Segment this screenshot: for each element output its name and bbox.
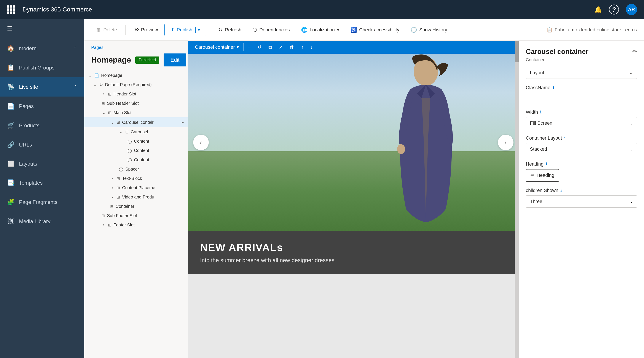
- sidebar-item-label: Templates: [19, 180, 42, 186]
- classname-info-icon[interactable]: ℹ: [552, 85, 554, 90]
- sidebar-item-live-site[interactable]: 📡 Live site ⌃: [0, 77, 84, 97]
- pencil-icon: ✏: [530, 172, 534, 178]
- tree-item-label: Default Page (Required): [105, 82, 152, 87]
- show-history-button[interactable]: 🕐 Show History: [406, 24, 452, 36]
- tree-item-content-2[interactable]: ◯ Content: [84, 146, 188, 155]
- user-avatar[interactable]: AR: [626, 4, 637, 15]
- tree-item-label: Video and Produ: [122, 195, 154, 200]
- expand-icon: ⌄: [110, 120, 114, 125]
- sidebar-item-page-fragments[interactable]: 🧩 Page Fragments: [0, 193, 84, 212]
- page-node-icon: 📄: [94, 73, 99, 78]
- canvas-scrollbar[interactable]: [515, 41, 519, 358]
- dependencies-button[interactable]: ⬡ Dependencies: [248, 24, 294, 36]
- tree-item-carousel[interactable]: ⌄ ⊞ Carousel: [84, 127, 188, 137]
- layouts-icon: ⬜: [7, 160, 15, 167]
- tree-item-label: Content: [134, 148, 149, 153]
- module-add-btn[interactable]: +: [244, 41, 254, 54]
- heading-edit-button[interactable]: ✏ Heading: [526, 169, 559, 182]
- help-icon[interactable]: ?: [609, 5, 619, 15]
- edit-button[interactable]: Edit: [164, 54, 186, 66]
- module-delete-btn[interactable]: 🗑: [286, 41, 298, 54]
- width-select-value: Fill Screen: [530, 120, 552, 126]
- container-layout-select[interactable]: Stacked ⌄: [526, 143, 637, 155]
- module-toolbar: Carousel container ▾ + ↺ ⧉ ↗ 🗑 ↑ ↓: [188, 41, 519, 54]
- delete-button[interactable]: 🗑 Delete: [91, 24, 122, 36]
- module-down-btn[interactable]: ↓: [307, 41, 316, 54]
- sidebar-item-templates[interactable]: 📑 Templates: [0, 173, 84, 193]
- tree-item-carousel-container[interactable]: ⌄ ⊞ Carousel contair ···: [84, 117, 188, 127]
- width-info-icon[interactable]: ℹ: [540, 110, 542, 114]
- expand-icon: ⌄: [88, 73, 92, 78]
- sidebar-item-products[interactable]: 🛒 Products: [0, 116, 84, 135]
- localization-button[interactable]: 🌐 Localization ▾: [296, 24, 344, 36]
- slot-icon: ⊞: [102, 213, 105, 218]
- publish-button[interactable]: ⬆ Publish ▾: [164, 24, 206, 36]
- container-layout-info-icon[interactable]: ℹ: [564, 136, 566, 140]
- heading-info-icon[interactable]: ℹ: [546, 162, 547, 166]
- expand-icon: ⌄: [102, 110, 106, 115]
- module-up-btn[interactable]: ↑: [298, 41, 307, 54]
- sidebar-item-modern[interactable]: 🏠 modern ⌃: [0, 39, 84, 58]
- module-dropdown-icon[interactable]: ▾: [237, 44, 239, 50]
- tree-item-spacer[interactable]: ◯ Spacer: [84, 164, 188, 174]
- sidebar-item-layouts[interactable]: ⬜ Layouts: [0, 154, 84, 173]
- properties-panel: Carousel container ✏ Container Layout ⌄ …: [519, 41, 644, 358]
- publish-icon: ⬆: [171, 27, 174, 33]
- props-edit-button[interactable]: ✏: [632, 48, 637, 55]
- tree-item-footer-slot[interactable]: › ⊞ Footer Slot: [84, 220, 188, 230]
- app-grid-icon[interactable]: [7, 6, 17, 14]
- store-icon: 📋: [546, 27, 552, 33]
- preview-button[interactable]: 👁 Preview: [129, 24, 163, 36]
- sidebar-collapse-btn[interactable]: ☰: [0, 19, 84, 39]
- module-name[interactable]: Carousel container ▾: [192, 44, 242, 50]
- tree-item-sub-header-slot[interactable]: ⊞ Sub Header Slot: [84, 99, 188, 108]
- tree-item-video-prod[interactable]: › ⊞ Video and Produ: [84, 193, 188, 202]
- tree-item-content-3[interactable]: ◯ Content: [84, 155, 188, 164]
- check-accessibility-button[interactable]: ♿ Check accessibility: [346, 24, 404, 36]
- module-export-btn[interactable]: ↗: [275, 41, 286, 54]
- carousel-prev-button[interactable]: ‹: [193, 135, 209, 150]
- children-shown-select[interactable]: Three ⌄: [526, 196, 637, 208]
- tree-item-text-block[interactable]: › ⊞ Text-Block: [84, 174, 188, 183]
- tree-item-default-page[interactable]: ⌄ ⚙ Default Page (Required): [84, 80, 188, 89]
- sidebar-item-media-library[interactable]: 🖼 Media Library: [0, 212, 84, 231]
- tree-item-homepage[interactable]: ⌄ 📄 Homepage: [84, 71, 188, 80]
- preview-icon: 👁: [134, 27, 139, 33]
- layout-dropdown[interactable]: Layout ⌄: [526, 67, 637, 79]
- slot-icon: ⊞: [117, 176, 120, 181]
- content-icon: ◯: [128, 148, 132, 153]
- carousel-next-button[interactable]: ›: [498, 135, 514, 150]
- more-options-button[interactable]: ···: [180, 119, 184, 125]
- tree-item-header-slot[interactable]: › ⊞ Header Slot: [84, 89, 188, 99]
- width-select[interactable]: Fill Screen ⌄: [526, 117, 637, 129]
- tree-item-content-1[interactable]: ◯ Content: [84, 137, 188, 146]
- content-icon: ◯: [128, 139, 132, 144]
- sidebar-item-publish-groups[interactable]: 📋 Publish Groups: [0, 58, 84, 77]
- sidebar-item-urls[interactable]: 🔗 URLs: [0, 135, 84, 154]
- localization-icon: 🌐: [301, 27, 308, 33]
- tree-item-container[interactable]: ⊞ Container: [84, 202, 188, 211]
- accessibility-icon: ♿: [350, 27, 357, 33]
- publish-dropdown-icon[interactable]: ▾: [195, 27, 200, 33]
- children-shown-info-icon[interactable]: ℹ: [560, 188, 562, 193]
- breadcrumb[interactable]: Pages: [84, 41, 188, 52]
- refresh-icon: ↻: [218, 27, 222, 33]
- tree-item-main-slot[interactable]: ⌄ ⊞ Main Slot: [84, 108, 188, 117]
- sidebar-item-pages[interactable]: 📄 Pages: [0, 97, 84, 116]
- classname-input[interactable]: [526, 93, 637, 103]
- carousel-title: NEW ARRIVALs: [200, 242, 506, 253]
- tree-item-content-placement[interactable]: › ⊞ Content Placeme: [84, 183, 188, 193]
- module-refresh-btn[interactable]: ↺: [254, 41, 265, 54]
- scrollbar-thumb[interactable]: [515, 41, 519, 62]
- sky-bg: [188, 54, 519, 151]
- tree-item-label: Content: [134, 139, 149, 144]
- person-figure: [393, 54, 459, 231]
- refresh-button[interactable]: ↻ Refresh: [214, 24, 246, 36]
- default-page-icon: ⚙: [100, 82, 103, 87]
- module-copy-btn[interactable]: ⧉: [265, 41, 275, 54]
- tree-item-sub-footer-slot[interactable]: ⊞ Sub Footer Slot: [84, 211, 188, 220]
- expand-icon: ⌄: [119, 130, 123, 134]
- notification-icon[interactable]: 🔔: [594, 6, 602, 13]
- main-content: 🗑 Delete 👁 Preview ⬆ Publish ▾ ↻ Refresh…: [84, 19, 644, 358]
- sidebar: ☰ 🏠 modern ⌃ 📋 Publish Groups 📡 Live sit…: [0, 19, 84, 358]
